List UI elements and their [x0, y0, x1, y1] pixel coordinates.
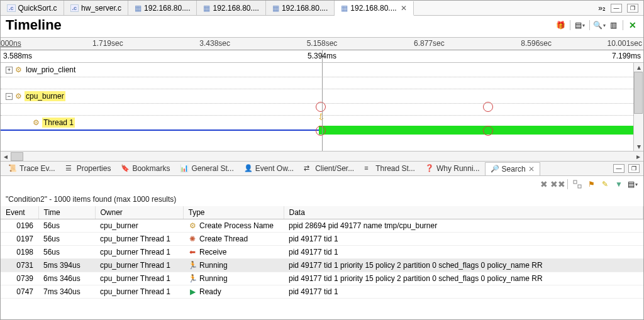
- view-tab-search[interactable]: 🔎Search ✕: [485, 162, 540, 175]
- event-marker[interactable]: [316, 126, 326, 136]
- scroll-left-icon[interactable]: ◂: [1, 152, 11, 161]
- minimize-button[interactable]: —: [611, 4, 622, 13]
- timeline-tracks: +⚙low_prio_client−⚙cpu_burner⚙Thread 1 ▴…: [1, 63, 643, 151]
- minimize-button[interactable]: —: [613, 164, 625, 173]
- cell-owner: cpu_burner Thread 1: [95, 285, 183, 299]
- table-row[interactable]: 07477ms 340uscpu_burner Thread 1▶Readypi…: [1, 285, 643, 299]
- ts-icon: ≡: [364, 164, 373, 173]
- scroll-down-icon[interactable]: ▾: [634, 142, 643, 151]
- cell-time: 7ms 340us: [38, 285, 95, 299]
- playhead-line[interactable]: [322, 63, 323, 151]
- scroll-up-icon[interactable]: ▴: [634, 63, 643, 72]
- more-tabs-button[interactable]: »₂: [598, 4, 606, 13]
- view-tab-label: Event Ow...: [255, 164, 294, 173]
- horizontal-scrollbar[interactable]: ◂ ▸: [1, 151, 643, 161]
- filter-icon[interactable]: ▼: [613, 179, 625, 190]
- cell-data: pid 49177 tid 1: [284, 285, 643, 299]
- view-tab-why-runni-[interactable]: ❓Why Runni...: [420, 162, 485, 175]
- close-icon[interactable]: ✕: [627, 19, 638, 31]
- timeline-ruler[interactable]: 000ns1.719sec3.438sec5.158sec6.877sec8.5…: [1, 38, 643, 50]
- view-tab-label: Bookmarks: [132, 164, 170, 173]
- config-dropdown-icon[interactable]: ▤▾: [627, 179, 638, 190]
- close-icon[interactable]: ✕: [401, 4, 407, 13]
- why-icon: ❓: [425, 164, 434, 173]
- view-tab-bookmarks[interactable]: 🔖Bookmarks: [116, 162, 175, 175]
- timeline-row[interactable]: +⚙low_prio_client: [1, 63, 633, 77]
- filter-dropdown-icon[interactable]: ▤▾: [574, 19, 586, 31]
- expand-all-icon[interactable]: [572, 179, 583, 190]
- table-row[interactable]: 019656uscpu_burner⚙Create Process Namepp…: [1, 219, 643, 233]
- timeline-row[interactable]: −⚙cpu_burner: [1, 89, 633, 103]
- maximize-button[interactable]: ❐: [628, 164, 640, 173]
- editor-tab[interactable]: .chw_server.c: [64, 1, 129, 15]
- column-header[interactable]: Data: [284, 206, 643, 219]
- ruler-tick: 10.001sec: [608, 39, 642, 48]
- remove-icon[interactable]: ✖: [538, 179, 550, 190]
- event-marker[interactable]: [483, 126, 493, 136]
- timeline-header: Timeline 🎁 ▤▾ 🔍▾ ▥ ✕: [1, 16, 643, 38]
- gift-icon[interactable]: 🎁: [555, 19, 566, 31]
- highlight-icon[interactable]: ✎: [599, 179, 611, 190]
- cell-time: 56us: [38, 246, 95, 259]
- cell-data: ppid 28694 pid 49177 name tmp/cpu_burner: [284, 219, 643, 233]
- ruler-tick: 3.438sec: [199, 39, 230, 48]
- event-marker[interactable]: [483, 102, 493, 112]
- cell-data: pid 49177 tid 1: [284, 246, 643, 259]
- column-header[interactable]: Time: [38, 206, 95, 219]
- view-tab-properties[interactable]: ☰Properties: [60, 162, 116, 175]
- view-tab-thread-st-[interactable]: ≡Thread St...: [359, 162, 420, 175]
- editor-tab[interactable]: ▦192.168.80....✕: [335, 1, 413, 16]
- collapse-icon[interactable]: −: [6, 93, 13, 100]
- thread-running-bar[interactable]: [319, 126, 633, 135]
- view-tab-trace-ev-[interactable]: 📜Trace Ev...: [3, 162, 60, 175]
- table-row[interactable]: 019756uscpu_burner Thread 1✺Create Threa…: [1, 233, 643, 246]
- view-tab-client-ser-[interactable]: ⇄Client/Ser...: [299, 162, 359, 175]
- editor-tab[interactable]: ▦192.168.80....: [266, 1, 335, 15]
- view-tab-general-st-[interactable]: 📊General St...: [175, 162, 238, 175]
- db-icon: ▦: [341, 4, 348, 13]
- ruler-tick: 6.877sec: [414, 39, 445, 48]
- table-row[interactable]: 019856uscpu_burner Thread 1⬅Receivepid 4…: [1, 246, 643, 259]
- bottom-view-tabbar: 📜Trace Ev...☰Properties🔖Bookmarks📊Genera…: [1, 161, 643, 176]
- cell-type: ▶Ready: [183, 285, 284, 299]
- column-header[interactable]: Event: [1, 206, 38, 219]
- props-icon: ☰: [65, 164, 74, 173]
- event-marker[interactable]: [316, 102, 326, 112]
- gear-icon: ⚙: [33, 118, 40, 127]
- search-results-summary: "Condition2" - 1000 items found (max 100…: [1, 192, 643, 206]
- column-header[interactable]: Type: [183, 206, 284, 219]
- cell-owner: cpu_burner Thread 1: [95, 246, 183, 259]
- maximize-button[interactable]: ❐: [627, 4, 638, 13]
- scroll-right-icon[interactable]: ▸: [633, 152, 643, 161]
- table-row[interactable]: 07396ms 346uscpu_burner Thread 1🏃Running…: [1, 272, 643, 285]
- vertical-scrollbar[interactable]: ▴ ▾: [633, 63, 643, 151]
- cell-event: 0196: [1, 219, 38, 233]
- thread-blocked-bar[interactable]: [1, 130, 319, 131]
- arrow-down-icon[interactable]: ⇩: [318, 112, 325, 122]
- cell-type: ⬅Receive: [183, 246, 284, 259]
- view-tab-event-ow-[interactable]: 👤Event Ow...: [239, 162, 299, 175]
- editor-tab[interactable]: .cQuickSort.c: [1, 1, 64, 15]
- close-icon[interactable]: ✕: [528, 165, 535, 174]
- view-tab-label: Trace Ev...: [19, 164, 55, 173]
- column-header[interactable]: Owner: [95, 206, 183, 219]
- expand-icon[interactable]: +: [6, 67, 13, 74]
- table-row[interactable]: 07315ms 394uscpu_burner Thread 1🏃Running…: [1, 259, 643, 272]
- view-tab-label: Why Runni...: [436, 164, 480, 173]
- create-proc-icon: ⚙: [188, 221, 197, 230]
- row-lane[interactable]: [68, 89, 633, 103]
- db-icon: ▦: [203, 4, 210, 13]
- layout-icon[interactable]: ▥: [608, 19, 619, 31]
- editor-tab[interactable]: ▦192.168.80....: [197, 1, 265, 15]
- row-lane[interactable]: [79, 63, 633, 77]
- flag-icon[interactable]: ⚑: [586, 179, 597, 190]
- cell-owner: cpu_burner Thread 1: [95, 259, 183, 272]
- tab-label: 192.168.80....: [350, 4, 396, 13]
- remove-all-icon[interactable]: ✖✖: [552, 179, 564, 190]
- timeline-range-header: 3.588ms 5.394ms 7.199ms: [1, 50, 643, 63]
- tab-label: 192.168.80....: [144, 4, 190, 13]
- gear-icon: ⚙: [15, 92, 22, 101]
- view-tab-label: Properties: [77, 164, 111, 173]
- zoom-dropdown-icon[interactable]: 🔍▾: [594, 19, 605, 31]
- editor-tab[interactable]: ▦192.168.80....: [128, 1, 197, 15]
